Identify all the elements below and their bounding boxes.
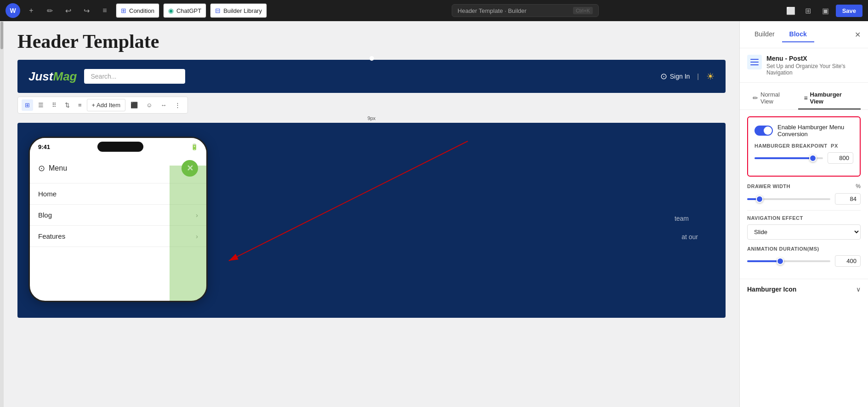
emoji-button[interactable]: ☺ [143,99,155,111]
undo-button[interactable]: ↩ [61,3,75,18]
column-layout-button[interactable]: ⊞ [22,99,33,111]
align-left-button[interactable]: ⬛ [127,99,141,111]
user-circle-icon: ⊙ [660,71,667,81]
wp-logo[interactable]: W [6,3,20,18]
keyboard-shortcut: Ctrl+K [573,7,593,14]
menu-postx-icon [747,55,762,69]
mobile-time: 9:41 [38,143,50,150]
panel-header: Builder Block ✕ [740,21,868,48]
header-preview: JustMag Search... ⊙ Sign In | ☀ [17,60,726,93]
add-item-button[interactable]: + Add Item [87,99,126,111]
drawer-width-track[interactable] [747,198,830,200]
panel-tabs: Builder Block [747,27,814,42]
columns-icon: ⊞ [25,102,30,109]
logo: JustMag [28,69,77,84]
hamburger-breakpoint-thumb[interactable] [809,155,817,162]
list-item[interactable]: Home [30,183,206,205]
search-bar[interactable]: Header Template · Builder Ctrl+K [452,4,599,17]
animation-duration-track[interactable] [747,260,830,262]
animation-duration-slider-row [747,255,861,267]
hamburger-toggle[interactable] [755,126,773,136]
chatgpt-icon: ◉ [168,7,174,14]
chatgpt-button[interactable]: ◉ ChatGPT [163,3,206,18]
animation-duration-thumb[interactable] [777,258,784,265]
animation-duration-label: ANIMATION DURATION(MS) [747,246,861,252]
hamburger-breakpoint-fill [755,157,813,159]
mobile-menu-header: ⊙ Menu ✕ [30,154,206,183]
svg-rect-2 [750,59,759,60]
hamburger-breakpoint-input[interactable] [828,152,853,164]
list-icon: ☰ [38,102,44,109]
mobile-canvas: 9:41 🔋 ⊙ Menu ✕ Home [17,123,726,318]
menu-label: ⊙ Menu [38,163,67,173]
panel-close-button[interactable]: ✕ [855,30,861,39]
hamburger-breakpoint-slider-row [755,152,853,164]
drawer-width-input[interactable] [835,193,861,205]
section-divider [747,210,861,211]
drag-handle[interactable] [369,56,374,61]
tab-block[interactable]: Block [782,27,814,42]
add-block-button[interactable]: + [24,3,39,18]
tab-normal-view[interactable]: ✏ Normal View [747,87,798,109]
navigation-effect-select[interactable]: Slide Fade Push [747,224,861,240]
drawer-width-slider-row [747,193,861,205]
settings-section: Enable Hamburger Menu Conversion HAMBURG… [740,110,868,279]
edit-mode-button[interactable]: ✏ [42,3,57,18]
list-item[interactable]: Features › [30,226,206,247]
sign-in-label[interactable]: ⊙ Sign In [660,71,690,81]
align-icon: ≡ [78,102,82,109]
element-toolbar: ⊞ ☰ ⠿ ⇅ ≡ + Add Item ⬛ ☺ ↔ ⋮ [17,97,188,114]
spacer-label: 9px [365,115,379,122]
grid-button[interactable]: ⠿ [49,99,60,111]
list-item[interactable]: Blog › [30,205,206,226]
fullscreen-button[interactable]: ▣ [818,3,833,18]
list-view-button[interactable]: ≡ [97,3,112,18]
chevron-right-icon: › [196,232,198,240]
save-button[interactable]: Save [836,5,862,17]
navigation-effect-label: NAVIGATION EFFECT [747,215,861,221]
logo-mag: Mag [53,69,77,83]
hamburger-breakpoint-track[interactable] [755,157,823,159]
condition-button[interactable]: ⊞ Condition [116,3,159,18]
arrows-icon: ⇅ [65,102,70,109]
grid-icon: ⠿ [52,102,57,109]
hamburger-breakpoint-label: HAMBURGER BREAKPOINT px [755,143,853,149]
tab-hamburger-view[interactable]: ≡ Hamburger View [798,87,861,109]
sun-icon[interactable]: ☀ [706,71,715,82]
search-label: Header Template · Builder [458,7,569,14]
animation-duration-input[interactable] [835,255,861,267]
view-tabs: ✏ Normal View ≡ Hamburger View [740,83,868,110]
spacer-area: 9px [17,114,726,123]
search-area: Header Template · Builder Ctrl+K [271,4,780,17]
menu-circle-icon: ⊙ [38,163,45,173]
divider: | [697,73,699,80]
chevron-down-icon: ∨ [856,286,861,293]
list-layout-button[interactable]: ☰ [35,99,47,111]
right-panel: Builder Block ✕ Menu - PostX Set Up and … [739,21,868,407]
hamburger-toggle-label: Enable Hamburger Menu Conversion [777,124,853,138]
hamburger-icon-section[interactable]: Hamburger Icon ∨ [740,279,868,299]
svg-line-1 [229,141,468,261]
menu-postx-description: Set Up and Organize Your Site's Navigati… [766,63,861,76]
menu-postx-info: Menu - PostX Set Up and Organize Your Si… [766,55,861,76]
mobile-status-bar: 9:41 🔋 [30,138,206,154]
arrows-button[interactable]: ⇅ [62,99,73,111]
svg-rect-3 [750,62,759,63]
hamburger-view-icon: ≡ [804,94,807,102]
mobile-close-button[interactable]: ✕ [182,160,198,177]
scrollbar-thumb[interactable] [0,22,3,49]
resize-button[interactable]: ↔ [157,99,170,111]
multi-device-button[interactable]: ⊞ [801,3,816,18]
tab-builder[interactable]: Builder [747,27,782,42]
redo-button[interactable]: ↪ [79,3,94,18]
more-options-button[interactable]: ⋮ [171,99,184,111]
builder-library-button[interactable]: ⊟ Builder Library [210,3,267,18]
left-scrollbar[interactable] [0,21,4,407]
desktop-view-button[interactable]: ⬜ [783,3,798,18]
align-button[interactable]: ≡ [75,99,85,111]
header-search[interactable]: Search... [84,69,185,84]
drawer-width-unit: % [856,183,861,189]
drawer-width-thumb[interactable] [756,195,763,203]
menu-postx-title: Menu - PostX [766,55,861,62]
animation-duration-section: ANIMATION DURATION(MS) [747,246,861,267]
